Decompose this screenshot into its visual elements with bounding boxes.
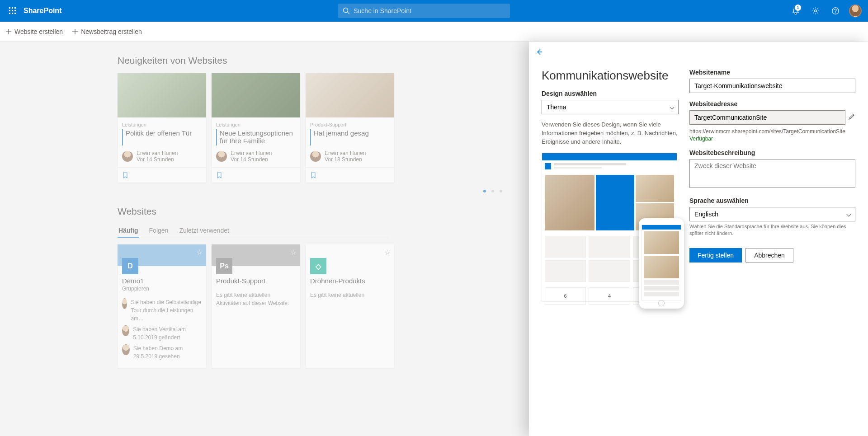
help-button[interactable] [826,0,844,22]
settings-button[interactable] [807,0,825,22]
create-news-label: Newsbeitrag erstellen [81,28,142,35]
svg-rect-7 [12,13,13,14]
site-card: D☆Demo1GruppierenSie haben die Selbststä… [118,244,206,368]
bookmark-icon [310,172,316,178]
notifications-button[interactable]: 1 [787,0,805,22]
account-button[interactable] [846,0,864,22]
svg-rect-1 [12,7,13,9]
site-url-text: https://erwinmcm.sharepoint.com/sites/Ta… [689,128,855,135]
notification-badge: 1 [795,5,801,11]
design-hint: Verwenden Sie dieses Design, wenn Sie vi… [542,121,679,146]
command-bar: Website erstellen Newsbeitrag erstellen [0,22,868,42]
help-icon [831,7,840,15]
star-icon: ☆ [290,248,297,257]
news-card: LeistungenPolitik der offenen TürErwin v… [118,73,206,183]
page: Neuigkeiten von Websites LeistungenPolit… [0,42,868,436]
create-commsite-panel: Kommunikationswebsite Design auswählen T… [529,42,868,436]
brand-label: SharePoint [24,7,61,15]
language-label: Sprache auswählen [689,197,855,204]
language-hint: Wählen Sie die Standardsprache für Ihre … [689,223,855,237]
design-select[interactable]: Thema [542,100,679,114]
cancel-button[interactable]: Abbrechen [745,248,793,263]
svg-line-10 [348,12,350,14]
arrow-left-icon [535,48,543,56]
pencil-icon [848,113,855,120]
bookmark-icon [122,172,128,178]
tab-recent: Zuletzt verwendet [178,224,230,238]
gear-icon [811,7,820,15]
bookmark-icon [216,172,222,178]
sitedesc-textarea[interactable] [689,159,855,188]
site-card: ◇☆Drohnen-ProduktsEs gibt keine aktuelle… [306,244,394,368]
suite-actions: 1 [787,0,864,22]
siteaddress-label: Websiteadresse [689,100,855,108]
create-news-button[interactable]: Newsbeitrag erstellen [72,28,142,35]
language-select[interactable]: Englisch [689,207,855,221]
svg-rect-5 [14,10,16,11]
chevron-down-icon [670,105,675,109]
suite-bar: SharePoint 1 [0,0,868,22]
site-tabs: Häufig Folgen Zuletzt verwendet [118,224,389,238]
star-icon: ☆ [196,248,203,257]
design-preview: 6431 [542,153,677,302]
news-card: LeistungenNeue Leistungsoptionen für Ihr… [212,73,300,183]
avatar-icon [849,5,862,17]
search-icon [343,7,350,14]
panel-right-column: Websitename Websiteadresse https://erwin… [689,42,868,436]
svg-point-13 [835,12,835,13]
panel-back-button[interactable] [535,48,543,58]
site-card: Ps☆Produkt-SupportEs gibt keine aktuelle… [212,244,300,368]
search-box[interactable] [338,4,510,18]
language-select-value: Englisch [694,211,718,218]
edit-address-button[interactable] [848,113,855,122]
create-site-label: Website erstellen [14,28,63,35]
design-label: Design auswählen [542,90,679,97]
plus-icon [5,28,12,35]
app-launcher-button[interactable] [4,0,22,22]
panel-left-column: Kommunikationswebsite Design auswählen T… [529,42,689,436]
finish-button[interactable]: Fertig stellen [689,248,742,263]
svg-rect-0 [9,7,10,9]
sitename-input[interactable] [689,79,855,93]
svg-rect-2 [14,7,16,9]
news-card: Produkt-SupportHat jemand gesagErwin van… [306,73,394,183]
star-icon: ☆ [384,248,391,257]
svg-rect-4 [12,10,13,11]
design-select-value: Thema [547,103,566,111]
svg-rect-3 [9,10,10,11]
chevron-down-icon [847,212,851,216]
create-site-button[interactable]: Website erstellen [5,28,63,35]
siteaddress-input[interactable] [689,110,845,125]
availability-text: Verfügbar [689,136,855,142]
panel-title: Kommunikationswebsite [542,69,679,83]
plus-icon [72,28,78,35]
svg-point-11 [815,10,817,12]
mobile-preview [639,218,684,309]
search-input[interactable] [354,7,505,14]
tab-frequent: Häufig [118,224,139,238]
sitename-label: Websitename [689,69,855,76]
tab-following: Folgen [148,224,170,238]
sitedesc-label: Websitebeschreibung [689,149,855,156]
svg-point-9 [344,8,348,13]
svg-rect-8 [14,13,16,14]
waffle-icon [9,7,16,14]
search-wrapper [61,4,787,18]
svg-rect-6 [9,13,10,14]
